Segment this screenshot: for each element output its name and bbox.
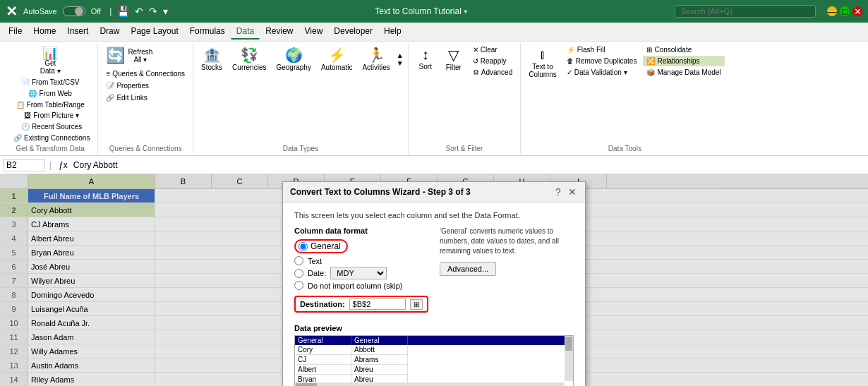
formula-bar: | ƒx [0, 156, 868, 174]
radio-text[interactable] [294, 256, 303, 265]
dialog: Convert Text to Columns Wizard - Step 3 … [282, 181, 586, 386]
data-types-scroll-up[interactable]: ▲ [397, 52, 404, 59]
list-item: Cory Abbott [295, 345, 573, 355]
preview-col-general-2: General [351, 336, 408, 345]
advanced-icon: ⚙ [473, 68, 479, 76]
menu-developer[interactable]: Developer [328, 24, 378, 40]
reapply-icon: ↺ [473, 57, 478, 65]
formula-input[interactable] [73, 160, 865, 170]
get-data-button[interactable]: 📊 GetData ▾ [37, 44, 64, 77]
destination-input[interactable] [349, 298, 406, 310]
cell-reference[interactable] [3, 159, 45, 171]
dialog-help-button[interactable]: ? [553, 186, 564, 198]
menu-draw[interactable]: Draw [94, 24, 125, 40]
date-format-select[interactable]: MDY DMY YMD [330, 267, 387, 279]
window-controls: — □ ✕ [827, 6, 862, 16]
function-icon[interactable]: ƒx [56, 160, 71, 170]
radio-skip[interactable] [294, 281, 303, 290]
advanced-filter-button[interactable]: ⚙ Advanced [469, 67, 516, 78]
save-icon[interactable]: 💾 [117, 6, 129, 17]
currencies-button[interactable]: 💱 Currencies [229, 44, 270, 73]
radio-general[interactable] [299, 242, 308, 251]
maximize-button[interactable]: □ [840, 6, 850, 16]
advanced-button[interactable]: Advanced... [440, 262, 496, 276]
data-types-scroll-down[interactable]: ▼ [397, 59, 404, 67]
recent-sources-button[interactable]: 🕐 Recent Sources [18, 121, 85, 132]
dialog-description: This screen lets you select each column … [294, 211, 574, 219]
radio-general-label: General [311, 241, 341, 251]
activities-button[interactable]: 🏃 Activities [358, 44, 393, 73]
menu-insert[interactable]: Insert [61, 24, 94, 40]
text-to-columns-button[interactable]: ⫾ Text toColumns [525, 44, 560, 80]
menu-review[interactable]: Review [260, 24, 299, 40]
relationships-button[interactable]: 🔀 Relationships [643, 56, 724, 66]
automatic-button[interactable]: ⚡ Automatic [318, 44, 356, 73]
consolidate-button[interactable]: ⊞ Consolidate [643, 44, 724, 55]
currencies-icon: 💱 [241, 47, 258, 64]
preview-cell: Albert [295, 365, 351, 375]
dialog-title-bar: Convert Text to Columns Wizard - Step 3 … [283, 182, 585, 203]
edit-links-icon: 🔗 [106, 94, 114, 102]
menu-help[interactable]: Help [378, 24, 407, 40]
flash-fill-button[interactable]: ⚡ Flash Fill [563, 44, 641, 55]
menu-data[interactable]: Data [231, 24, 260, 40]
menu-view[interactable]: View [299, 24, 329, 40]
search-box-container[interactable] [675, 5, 816, 18]
format-options-panel: Column data format General Text [294, 227, 428, 290]
autosave-toggle[interactable] [63, 6, 85, 16]
menu-home[interactable]: Home [28, 24, 61, 40]
stocks-button[interactable]: 🏦 Stocks [198, 44, 226, 73]
menu-page-layout[interactable]: Page Layout [125, 24, 183, 40]
ribbon-group-data-types: 🏦 Stocks 💱 Currencies 🌍 Geography ⚡ Auto… [193, 43, 409, 154]
existing-connections-button[interactable]: 🔗 Existing Connections [10, 133, 93, 143]
from-table-button[interactable]: 📋 From Table/Range [13, 99, 88, 110]
autosave-state: Off [91, 7, 101, 16]
quick-access-dropdown[interactable]: ▾ [163, 6, 168, 17]
dialog-title: Convert Text to Columns Wizard - Step 3 … [290, 187, 471, 197]
queries-connections-button[interactable]: ≡ Queries & Connections [102, 68, 188, 79]
text-columns-icon: ⫾ [539, 47, 546, 63]
automatic-icon: ⚡ [328, 47, 346, 64]
preview-horizontal-scrollbar[interactable] [295, 382, 565, 386]
filter-button[interactable]: ▽ Filter [441, 44, 466, 73]
redo-icon[interactable]: ↷ [149, 6, 157, 17]
dialog-close-button[interactable]: ✕ [567, 186, 578, 198]
geography-button[interactable]: 🌍 Geography [272, 44, 314, 73]
close-button[interactable]: ✕ [852, 6, 862, 16]
destination-collapse-button[interactable]: ⊞ [410, 299, 423, 310]
manage-data-model-button[interactable]: 📦 Manage Data Model [643, 67, 724, 78]
preview-header: General General [295, 336, 573, 345]
preview-cell: Abbott [351, 345, 408, 355]
remove-duplicates-button[interactable]: 🗑 Remove Duplicates [563, 56, 641, 66]
sort-button[interactable]: ↕ Sort [413, 44, 438, 73]
preview-scrollbar[interactable] [565, 336, 573, 381]
validation-icon: ✓ [567, 68, 572, 76]
data-preview-box[interactable]: General General Cory Abbott CJ Abrams [294, 335, 574, 386]
undo-icon[interactable]: ↶ [135, 6, 143, 17]
clear-icon: ✕ [473, 46, 478, 54]
clear-button[interactable]: ✕ Clear [469, 44, 516, 55]
data-validation-button[interactable]: ✓ Data Validation ▾ [563, 67, 641, 78]
refresh-icon: 🔄 [106, 47, 125, 65]
radio-date[interactable] [294, 269, 303, 278]
properties-button[interactable]: 📝 Properties [102, 80, 188, 91]
menu-file[interactable]: File [3, 24, 28, 40]
from-text-csv-button[interactable]: 📄 From Text/CSV [18, 77, 83, 88]
refresh-all-button[interactable]: 🔄 RefreshAll ▾ [102, 44, 188, 67]
filter-icon: ▽ [448, 47, 459, 64]
menu-formulas[interactable]: Formulas [184, 24, 231, 40]
edit-links-button[interactable]: 🔗 Edit Links [102, 92, 188, 103]
autosave-label: AutoSave [23, 7, 57, 16]
from-web-button[interactable]: 🌐 From Web [25, 88, 76, 99]
geography-icon: 🌍 [285, 47, 303, 64]
list-item: CJ Abrams [295, 355, 573, 365]
preview-cell: Cory [295, 345, 351, 355]
search-input[interactable] [675, 5, 816, 18]
ribbon: 📊 GetData ▾ 📄 From Text/CSV 🌐 From Web 📋… [0, 42, 868, 156]
activities-icon: 🏃 [368, 47, 385, 64]
dialog-overlay: Convert Text to Columns Wizard - Step 3 … [0, 174, 868, 386]
preview-col-general-1: General [295, 336, 351, 345]
from-picture-button[interactable]: 🖼 From Picture ▾ [20, 110, 83, 121]
minimize-button[interactable]: — [827, 6, 837, 16]
reapply-button[interactable]: ↺ Reapply [469, 56, 516, 66]
